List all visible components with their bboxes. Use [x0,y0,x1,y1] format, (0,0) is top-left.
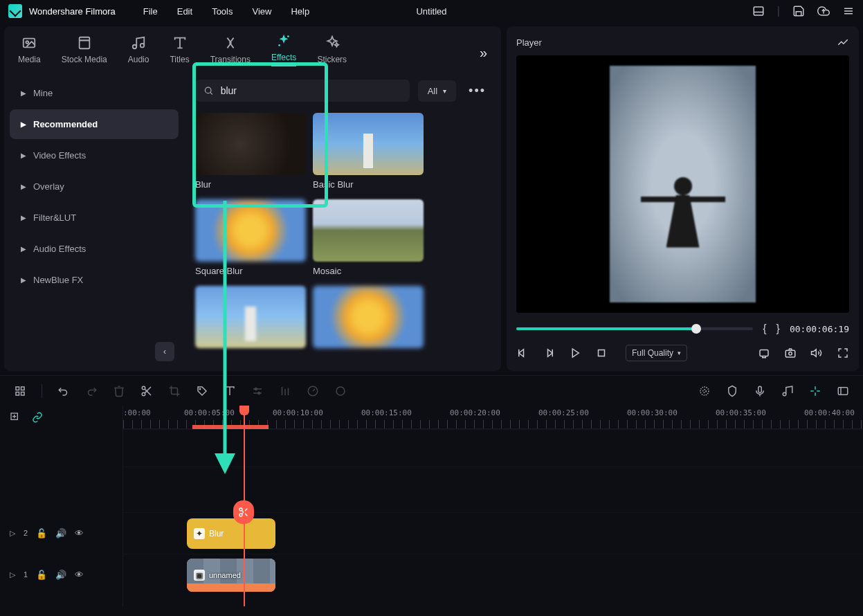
cloud-upload-icon[interactable] [817,5,830,17]
effect-item[interactable] [195,286,306,348]
effect-item-square-blur[interactable]: Square Blur [195,199,306,276]
marker-icon[interactable] [726,385,738,397]
visibility-icon[interactable]: 👁 [75,570,84,580]
sidebar-item-overlay[interactable]: ▶Overlay [10,172,179,201]
fullscreen-icon[interactable] [837,347,849,359]
svg-rect-26 [16,387,19,390]
effect-thumb [195,286,306,348]
svg-rect-29 [21,392,25,395]
effect-item-mosaic[interactable]: Mosaic [313,199,424,276]
effect-thumb [313,199,424,262]
svg-rect-23 [785,350,795,357]
svg-point-46 [703,389,707,392]
tab-effects[interactable]: Effects [271,33,296,72]
chevron-right-icon: ▶ [21,214,26,221]
menu-tools[interactable]: Tools [212,6,233,17]
collapse-sidebar-button[interactable]: ‹ [155,342,174,361]
crop-icon [168,385,181,397]
effect-thumb [313,113,424,175]
menu-help[interactable]: Help [291,6,309,17]
player-chart-icon[interactable] [837,36,849,48]
sidebar-item-recommended[interactable]: ▶Recommended [10,109,179,139]
next-frame-icon[interactable] [543,347,555,359]
quality-dropdown[interactable]: Full Quality ▾ [626,345,687,361]
menu-edit[interactable]: Edit [177,6,192,17]
svg-point-13 [278,44,280,46]
sidebar-item-newblue-fx[interactable]: ▶NewBlue FX [10,265,179,295]
mixer-icon[interactable] [698,385,711,397]
tab-titles[interactable]: Titles [170,35,189,70]
speed-icon [307,385,319,397]
visibility-icon[interactable]: 👁 [75,528,84,538]
expand-tabs-icon[interactable]: » [480,45,487,61]
add-track-icon[interactable] [10,412,21,423]
text-icon[interactable] [224,385,236,397]
stock-icon [77,35,92,51]
prev-frame-icon[interactable] [516,347,529,359]
tracks-area[interactable]: :00:00 00:00:05:00 00:00:10:00 00:00:15:… [123,406,863,606]
clip-blur-effect[interactable]: ✦ Blur [187,518,275,549]
track-headers: ▷ 2 🔓 🔊 👁 ▷ 1 🔓 🔊 👁 [0,406,123,606]
filter-dropdown[interactable]: All ▾ [418,80,456,102]
track-row-1[interactable]: ▣unnamed [123,554,863,595]
lock-icon[interactable]: 🔓 [36,570,47,580]
save-icon[interactable] [792,5,805,17]
snapshot-icon[interactable] [784,347,797,359]
effect-item-blur[interactable]: Blur [195,113,306,190]
stop-icon[interactable] [595,347,608,359]
effects-icon [276,33,291,48]
lock-icon[interactable]: 🔓 [36,528,47,538]
clip-video[interactable]: ▣unnamed [187,559,275,592]
player-viewport[interactable] [516,55,849,313]
transitions-icon [223,35,238,51]
split-icon[interactable] [140,385,153,397]
color-icon [334,385,347,397]
sidebar-item-filter-lut[interactable]: ▶Filter&LUT [10,203,179,233]
menu-view[interactable]: View [252,6,271,17]
tab-media[interactable]: Media [18,35,41,70]
mute-icon[interactable]: 🔊 [55,570,66,580]
layout-icon[interactable] [752,5,765,17]
sidebar-item-mine[interactable]: ▶Mine [10,78,179,108]
voiceover-icon[interactable] [754,385,766,397]
player-progress-bar[interactable] [516,327,753,330]
play-icon[interactable] [569,347,581,359]
tag-icon[interactable] [196,385,208,397]
chevron-down-icon: ▾ [678,350,681,356]
svg-point-14 [205,87,211,93]
titles-icon [172,35,188,51]
svg-line-15 [210,92,212,94]
tab-stickers[interactable]: Stickers [317,35,347,70]
undo-icon[interactable] [57,385,70,397]
sidebar-item-video-effects[interactable]: ▶Video Effects [10,141,179,170]
mark-out-button[interactable]: } [776,323,780,335]
effect-item[interactable] [313,286,424,348]
mute-icon[interactable]: 🔊 [55,528,66,538]
playhead[interactable] [244,406,245,606]
tab-audio[interactable]: Audio [128,35,149,70]
search-box [195,80,410,102]
tab-transitions[interactable]: Transitions [210,35,251,70]
chevron-right-icon: ▶ [21,89,26,97]
track-manager-icon[interactable] [837,385,849,397]
export-icon[interactable] [758,347,770,359]
volume-icon[interactable] [810,347,823,359]
progress-knob[interactable] [691,324,701,334]
sidebar-item-audio-effects[interactable]: ▶Audio Effects [10,234,179,264]
render-icon[interactable] [809,385,821,397]
hamburger-icon[interactable] [842,5,855,17]
mark-in-button[interactable]: { [763,323,766,335]
search-input[interactable] [221,85,401,96]
apps-icon[interactable] [14,385,26,397]
playhead-handle-icon[interactable] [239,406,249,415]
audio-track-icon[interactable] [781,385,794,397]
svg-point-47 [700,387,709,395]
menu-file[interactable]: File [143,6,158,17]
search-icon [203,85,214,96]
effect-item-basic-blur[interactable]: Basic Blur [313,113,424,190]
equalizer-icon [279,385,291,397]
effect-thumb [195,113,306,175]
link-icon[interactable] [32,412,43,423]
tab-stock-media[interactable]: Stock Media [62,35,107,70]
more-options-icon[interactable]: ••• [464,84,490,98]
